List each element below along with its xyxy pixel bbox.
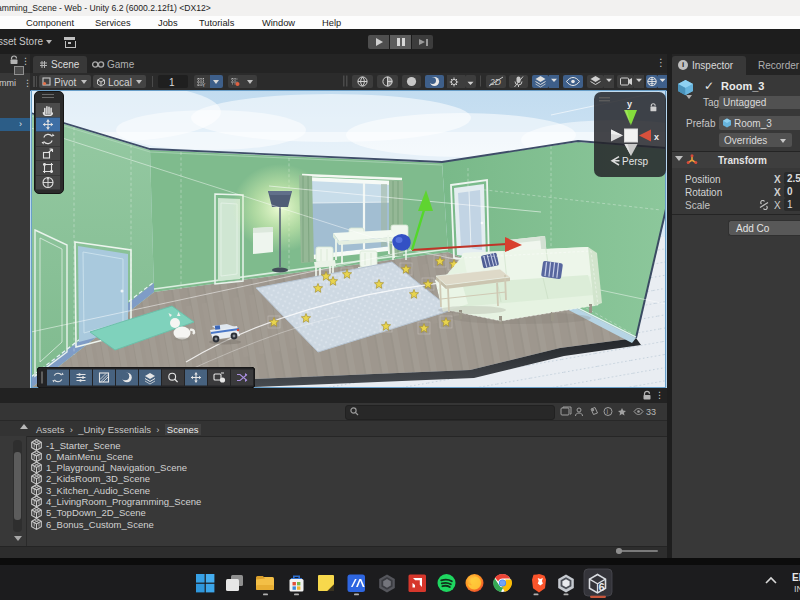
svg-text:4_LivingRoom_Programming_Scene: 4_LivingRoom_Programming_Scene	[46, 496, 201, 507]
svg-text:y: y	[627, 99, 632, 109]
svg-text:Persp: Persp	[622, 156, 649, 167]
svg-text:0_MainMenu_Scene: 0_MainMenu_Scene	[46, 451, 133, 462]
svg-text:6_Bonus_Custom_Scene: 6_Bonus_Custom_Scene	[46, 519, 154, 530]
svg-text:3_Kitchen_Audio_Scene: 3_Kitchen_Audio_Scene	[46, 485, 150, 496]
svg-text:5_TopDown_2D_Scene: 5_TopDown_2D_Scene	[46, 507, 146, 518]
svg-text:2_KidsRoom_3D_Scene: 2_KidsRoom_3D_Scene	[46, 473, 150, 484]
svg-text:1_Playground_Navigation_Scene: 1_Playground_Navigation_Scene	[46, 462, 187, 473]
svg-text:x: x	[654, 132, 659, 142]
svg-text:6: 6	[599, 581, 605, 593]
svg-text:EN: EN	[792, 572, 800, 583]
svg-text:i: i	[607, 408, 609, 415]
svg-text:33: 33	[646, 407, 656, 417]
svg-text:IN: IN	[794, 584, 800, 594]
svg-text:-1_Starter_Scene: -1_Starter_Scene	[46, 440, 120, 451]
svg-text:Y: Y	[202, 82, 206, 88]
